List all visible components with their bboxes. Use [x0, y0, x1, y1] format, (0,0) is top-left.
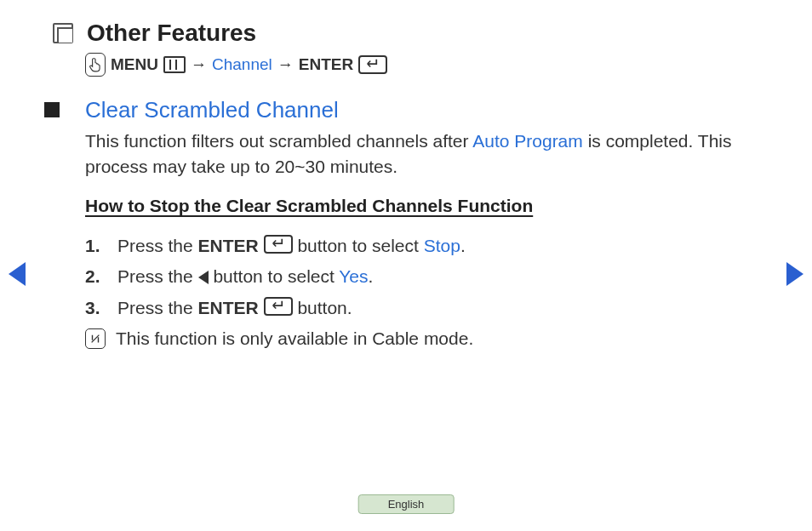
section-heading: Clear Scrambled Channel	[85, 97, 744, 123]
menu-screen-icon	[163, 56, 186, 73]
square-bullet-icon	[44, 102, 60, 117]
list-item: 2. Press the button to select Yes.	[85, 266, 744, 287]
section-bullet-icon	[53, 23, 73, 43]
auto-program-link: Auto Program	[472, 131, 583, 151]
enter-icon	[264, 235, 293, 254]
yes-link: Yes	[339, 266, 368, 286]
steps-list: 1. Press the ENTER button to select Stop…	[85, 235, 744, 349]
left-arrow-icon	[198, 271, 209, 284]
section-description: This function filters out scrambled chan…	[85, 128, 744, 180]
cable-link: Cable	[372, 328, 419, 348]
note-row: This function is only available in Cable…	[85, 328, 744, 349]
enter-label: ENTER	[299, 55, 353, 74]
arrow-icon: →	[277, 55, 294, 74]
menu-label: MENU	[111, 55, 158, 74]
step-number: 2.	[85, 266, 117, 287]
step-number: 1.	[85, 236, 117, 256]
section: Clear Scrambled Channel This function fi…	[44, 97, 744, 349]
list-item: 1. Press the ENTER button to select Stop…	[85, 235, 744, 256]
channel-link: Channel	[212, 55, 272, 74]
prev-page-button[interactable]	[9, 262, 26, 286]
step-number: 3.	[85, 298, 117, 318]
stop-link: Stop	[424, 236, 460, 255]
list-item: 3. Press the ENTER button.	[85, 297, 744, 318]
enter-icon	[264, 297, 293, 316]
arrow-icon: →	[191, 55, 207, 74]
subheading: How to Stop the Clear Scrambled Channels…	[85, 196, 744, 216]
title-row: Other Features	[53, 20, 256, 47]
breadcrumb: MENU → Channel → ENTER	[85, 53, 387, 77]
enter-icon	[358, 55, 387, 74]
page-title: Other Features	[87, 20, 256, 47]
hand-icon	[85, 53, 106, 77]
next-page-button[interactable]	[786, 262, 803, 286]
note-icon	[85, 328, 106, 349]
language-badge[interactable]: English	[358, 494, 455, 514]
